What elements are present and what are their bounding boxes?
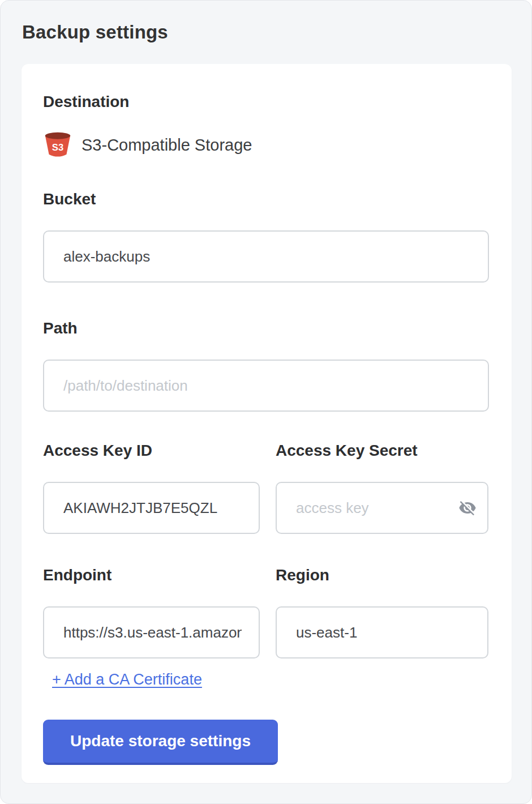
update-storage-settings-button[interactable]: Update storage settings [43, 720, 278, 765]
s3-bucket-icon: S3 [43, 132, 72, 158]
access-key-id-label: Access Key ID [43, 442, 260, 459]
destination-provider-name: S3-Compatible Storage [81, 136, 252, 155]
add-ca-certificate-link[interactable]: + Add a CA Certificate [52, 671, 202, 688]
access-key-secret-input-wrap [276, 482, 488, 534]
path-input[interactable] [43, 360, 489, 412]
access-key-id-input[interactable] [43, 482, 260, 534]
access-key-row: Access Key ID Access Key Secret [43, 442, 489, 534]
storage-settings-card: Destination S3 S3-Compatible Storage Buc… [22, 64, 512, 783]
endpoint-input[interactable] [43, 606, 260, 658]
access-key-secret-field-group: Access Key Secret [276, 442, 488, 534]
bucket-field-group: Bucket [43, 191, 489, 283]
s3-icon-text: S3 [52, 142, 63, 153]
region-input[interactable] [276, 606, 488, 658]
endpoint-region-row: Endpoint Region [43, 567, 489, 658]
endpoint-label: Endpoint [43, 567, 260, 584]
region-label: Region [276, 567, 488, 584]
eye-off-icon [458, 499, 477, 517]
path-label: Path [43, 320, 489, 337]
region-field-group: Region [276, 567, 488, 658]
access-key-secret-label: Access Key Secret [276, 442, 488, 459]
bucket-input[interactable] [43, 230, 489, 283]
toggle-secret-visibility-button[interactable] [454, 495, 480, 521]
page-title: Backup settings [22, 21, 531, 44]
backup-settings-page: Backup settings Destination S3 S3-Compat… [0, 0, 532, 804]
path-field-group: Path [43, 320, 489, 412]
endpoint-field-group: Endpoint [43, 567, 260, 658]
destination-label: Destination [43, 93, 489, 110]
destination-row: S3 S3-Compatible Storage [43, 132, 489, 158]
access-key-id-field-group: Access Key ID [43, 442, 260, 534]
bucket-label: Bucket [43, 191, 489, 208]
